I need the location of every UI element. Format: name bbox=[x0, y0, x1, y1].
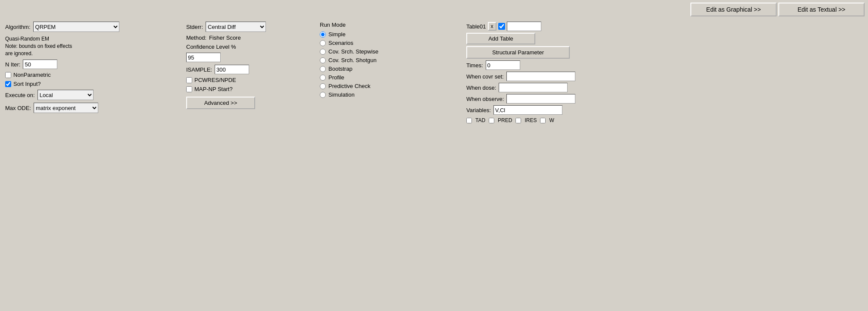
method-row: Method: Fisher Score bbox=[186, 35, 313, 41]
table-label: Table01 bbox=[466, 23, 486, 30]
algorithm-label: Algorithm: bbox=[5, 24, 31, 30]
edit-graphical-button[interactable]: Edit as Graphical >> bbox=[690, 3, 777, 16]
ires-label: IRES bbox=[525, 117, 537, 123]
executeon-row: Execute on: Local Remote bbox=[5, 90, 179, 100]
nonparametric-row: NonParametric bbox=[5, 72, 179, 78]
when-covr-label: When covr set: bbox=[466, 73, 504, 80]
col4: Table01 x Add Table Structural Parameter… bbox=[466, 22, 863, 123]
radio-profile-input[interactable] bbox=[320, 75, 326, 81]
when-observe-input[interactable] bbox=[506, 94, 575, 104]
radio-scenarios: Scenarios bbox=[320, 40, 461, 46]
sortinput-checkbox[interactable] bbox=[5, 81, 11, 87]
when-dose-input[interactable] bbox=[499, 83, 568, 92]
radio-predictive-label: Predictive Check bbox=[328, 83, 371, 89]
content-area: Algorithm: QRPEM FOCE FO LAPLACE Quasi-R… bbox=[0, 18, 868, 127]
algorithm-row: Algorithm: QRPEM FOCE FO LAPLACE bbox=[5, 22, 179, 32]
table-top-row: Table01 x bbox=[466, 22, 863, 31]
pred-label: PRED bbox=[498, 117, 512, 123]
radio-simple-label: Simple bbox=[328, 31, 346, 38]
mapnp-label: MAP-NP Start? bbox=[194, 86, 233, 92]
radio-cov-shotgun-label: Cov. Srch. Shotgun bbox=[328, 57, 377, 63]
runmode-title: Run Mode bbox=[320, 22, 461, 28]
radio-cov-shotgun-input[interactable] bbox=[320, 57, 326, 63]
add-table-button[interactable]: Add Table bbox=[466, 33, 535, 44]
maxode-label: Max ODE: bbox=[5, 105, 31, 111]
nonparametric-checkbox[interactable] bbox=[5, 72, 11, 78]
conflevel-input-row bbox=[186, 53, 313, 62]
when-dose-label: When dose: bbox=[466, 85, 496, 91]
when-observe-row: When observe: bbox=[466, 94, 863, 104]
bottom-checkboxes: TAD PRED IRES W bbox=[466, 117, 863, 123]
algorithm-select[interactable]: QRPEM FOCE FO LAPLACE bbox=[33, 22, 119, 32]
variables-input[interactable] bbox=[493, 105, 562, 115]
radio-cov-stepwise: Cov. Srch. Stepwise bbox=[320, 48, 461, 55]
mapnp-row: MAP-NP Start? bbox=[186, 86, 313, 92]
pcwres-label: PCWRES/NPDE bbox=[194, 77, 236, 83]
when-covr-input[interactable] bbox=[506, 72, 575, 81]
stderr-row: Stderr: Central Diff Forward Diff None bbox=[186, 22, 313, 32]
maxode-row: Max ODE: matrix exponent euler runge-kut… bbox=[5, 103, 179, 113]
times-label: Times: bbox=[466, 62, 483, 69]
pcwres-checkbox[interactable] bbox=[186, 77, 192, 83]
when-covr-row: When covr set: bbox=[466, 72, 863, 81]
ires-checkbox[interactable] bbox=[515, 118, 521, 123]
radio-predictive: Predictive Check bbox=[320, 83, 461, 89]
edit-textual-button[interactable]: Edit as Textual >> bbox=[778, 3, 865, 16]
advanced-button[interactable]: Advanced >> bbox=[186, 97, 255, 109]
conflevel-label: Confidence Level % bbox=[186, 44, 236, 50]
col1: Algorithm: QRPEM FOCE FO LAPLACE Quasi-R… bbox=[5, 22, 186, 123]
radio-cov-stepwise-input[interactable] bbox=[320, 49, 326, 55]
radio-cov-stepwise-label: Cov. Srch. Stepwise bbox=[328, 48, 378, 55]
variables-row: Variables: bbox=[466, 105, 863, 115]
conflevel-row: Confidence Level % bbox=[186, 44, 313, 50]
w-checkbox[interactable] bbox=[540, 118, 546, 123]
when-dose-row: When dose: bbox=[466, 83, 863, 92]
w-label: W bbox=[549, 117, 554, 123]
stderr-select[interactable]: Central Diff Forward Diff None bbox=[206, 22, 266, 32]
radio-scenarios-label: Scenarios bbox=[328, 40, 353, 46]
radio-profile-label: Profile bbox=[328, 74, 344, 81]
radio-predictive-input[interactable] bbox=[320, 83, 326, 89]
method-value: Fisher Score bbox=[209, 35, 241, 41]
radio-bootstrap-input[interactable] bbox=[320, 66, 326, 72]
table-name-input[interactable] bbox=[507, 22, 541, 31]
tad-label: TAD bbox=[475, 117, 485, 123]
algorithm-note: Quasi-Random EM Note: bounds on fixed ef… bbox=[5, 35, 179, 57]
isample-input[interactable] bbox=[215, 65, 249, 74]
main-container: Edit as Graphical >> Edit as Textual >> … bbox=[0, 0, 868, 311]
radio-simulation: Simulation bbox=[320, 91, 461, 98]
times-input[interactable] bbox=[486, 60, 520, 70]
col2: Stderr: Central Diff Forward Diff None M… bbox=[186, 22, 320, 123]
executeon-label: Execute on: bbox=[5, 92, 35, 98]
conflevel-input[interactable] bbox=[186, 53, 221, 62]
tad-checkbox[interactable] bbox=[466, 118, 472, 123]
sortinput-label: Sort Input? bbox=[13, 81, 41, 87]
method-label: Method: bbox=[186, 35, 206, 41]
table-checkbox[interactable] bbox=[498, 23, 505, 30]
when-observe-label: When observe: bbox=[466, 96, 504, 102]
isample-label: ISAMPLE: bbox=[186, 66, 212, 73]
radio-simulation-label: Simulation bbox=[328, 91, 355, 98]
structural-param-button[interactable]: Structural Parameter bbox=[466, 46, 570, 59]
mapnp-checkbox[interactable] bbox=[186, 86, 192, 92]
niter-input[interactable] bbox=[23, 60, 57, 69]
pcwres-row: PCWRES/NPDE bbox=[186, 77, 313, 83]
variables-label: Variables: bbox=[466, 107, 491, 113]
niter-label: N Iter: bbox=[5, 61, 20, 68]
radio-simple-input[interactable] bbox=[320, 31, 326, 38]
times-row: Times: bbox=[466, 60, 863, 70]
isample-row: ISAMPLE: bbox=[186, 65, 313, 74]
radio-cov-shotgun: Cov. Srch. Shotgun bbox=[320, 57, 461, 63]
pred-checkbox[interactable] bbox=[489, 118, 494, 123]
radio-bootstrap-label: Bootstrap bbox=[328, 66, 353, 72]
sortinput-row: Sort Input? bbox=[5, 81, 179, 87]
maxode-select[interactable]: matrix exponent euler runge-kutta bbox=[34, 103, 98, 113]
executeon-select[interactable]: Local Remote bbox=[37, 90, 94, 100]
nonparametric-label: NonParametric bbox=[13, 72, 51, 78]
table-x-button[interactable]: x bbox=[488, 22, 496, 31]
radio-scenarios-input[interactable] bbox=[320, 40, 326, 46]
radio-profile: Profile bbox=[320, 74, 461, 81]
radio-simulation-input[interactable] bbox=[320, 92, 326, 98]
col3: Run Mode Simple Scenarios Cov. Srch. Ste… bbox=[320, 22, 466, 123]
radio-simple: Simple bbox=[320, 31, 461, 38]
